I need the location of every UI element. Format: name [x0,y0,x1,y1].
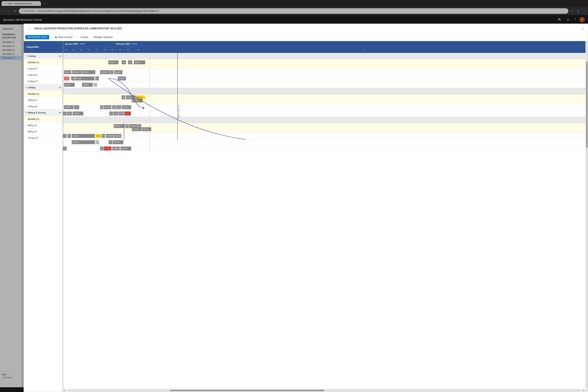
drilling-collapse-icon[interactable]: ▼ [25,86,27,88]
task-101022-t1-red[interactable]: 101022 [104,146,111,150]
standby-milling-label: Standby (∞) [28,118,39,120]
task-10-c2[interactable]: 10 [71,76,75,80]
task-10b-t1[interactable]: 10 [100,146,104,150]
day-01: 01 [93,46,101,53]
weniger-optionen-button[interactable]: Weniger Optionen [91,35,115,39]
task-101010-d1[interactable]: 101010 [122,105,131,109]
milling-expand-right-icon[interactable]: ▶ [59,112,61,114]
task-10-d1[interactable]: 10 [112,105,116,109]
netronic-vaps-button[interactable]: NETRONIC VAPS [25,35,49,39]
task-101010-c3[interactable]: 101010 [82,83,93,87]
task-10b-c2[interactable]: 10 [95,76,99,80]
gantt-vertical-scrollbar[interactable]: ▲ ▼ [586,41,588,392]
task-101b-d2[interactable]: 101 [113,112,118,116]
task-101003-c1[interactable]: -101003 [100,70,109,74]
gantt-horizontal-scrollbar[interactable]: ◀ ▶ [63,389,586,392]
task-10d-t1[interactable]: 10 [116,146,120,150]
modal-header: ← VISUAL ADVANCED PRODUCTION SCHEDULER |… [24,24,588,33]
task-1010-d2-red[interactable]: 1010 [124,112,131,116]
task-10-t1[interactable]: 10 [63,146,67,150]
modal-expand-button[interactable]: ⤢ [582,27,585,30]
cutting-expand-right-icon[interactable]: ▶ [59,55,61,57]
gridline-jan31-3 [150,69,150,75]
task-101012-standby-cutting[interactable]: 101012 [108,60,118,64]
milling-collapse-icon[interactable]: ▼ [25,112,27,114]
task-101023-m2[interactable]: 101023 [72,140,95,144]
timeline-days-row: 28 29 30 31 01 02 03 04 05 06 0 [63,46,586,53]
task-empty-c3[interactable] [93,83,97,87]
day-29: 29 [69,46,77,53]
task-101015-sd[interactable]: 101015 [132,98,143,102]
gantt-row-standby-cutting: Standby (∞) [24,59,63,66]
h-scroll-right-btn[interactable]: ▶ [582,389,586,392]
task-101-d1[interactable]: 101 [74,105,79,109]
gantt-row-cutting3: Cutting #3 [24,78,63,84]
h-scroll-thumb[interactable] [170,390,324,391]
task-101b-d1[interactable]: 101 [100,105,104,109]
task-10100-d2[interactable]: 10100 [118,112,124,116]
task-101022-d1[interactable]: 101022 [64,105,73,109]
task-101012-sm[interactable]: 101012 [114,124,125,128]
task-10b-standby-cutting[interactable]: 10 [128,60,132,64]
gridline-jan31-8 [150,110,150,116]
task-empty-m2[interactable] [95,140,99,144]
v-scroll-thumb[interactable] [586,62,588,148]
task-1010-m1-yellow[interactable]: 1010 [95,134,101,138]
open-excel-button[interactable]: ▦ Open in Excel [52,35,75,39]
task-9-d2[interactable]: 9 [63,112,67,116]
task-101008-c2[interactable]: 101008 [118,76,126,80]
task-101027-c3[interactable]: 101027 [64,83,75,87]
day-31: 31 [85,46,93,53]
task-101a-d2[interactable]: 101 [67,112,72,116]
gantt-group-milling[interactable]: ▼ Milling & Turning ▶ [24,110,63,116]
drilling-expand-right-icon[interactable]: ▶ [59,86,61,88]
gantt-capacities-header: Capacities [24,41,63,53]
task-101029-m2[interactable]: 101029 [113,140,123,144]
actions-button[interactable]: Actions [78,35,91,39]
task-6-m1[interactable]: 6 [63,134,67,138]
gridline-2 [118,53,118,59]
chart-row-drilling-group [63,88,586,94]
day-30: 30 [77,46,85,53]
task-101008-d1[interactable]: 101008 [104,105,111,109]
task-101016-standby-cutting[interactable]: 101016 [134,60,145,64]
task-10a-standby-cutting[interactable]: 10 [122,60,126,64]
modal-back-button[interactable]: ← [27,26,32,31]
task-101018-sm[interactable]: 101018 [142,127,151,131]
task-10110-c1[interactable]: 10110 [64,70,71,74]
task-101023-d2[interactable]: 101023 [72,112,83,116]
task-101014-sm[interactable]: 101014 [132,127,141,131]
gantt-row-milling1: Milling #1 [24,122,63,128]
cutting-collapse-icon[interactable]: ▼ [25,55,27,57]
h-scroll-track[interactable] [67,390,582,391]
gantt-group-drilling[interactable]: ▼ Drilling ▶ [24,84,63,91]
task-101022-m1[interactable]: 101022 [72,134,95,138]
excel-icon: ▦ [55,36,57,38]
task-1a-d2[interactable]: 1( [109,112,113,116]
task-10-sm[interactable]: 10 [125,124,129,128]
gantt-chart-scroll[interactable]: Required Due Date [63,53,586,389]
h-scroll-left-btn[interactable]: ◀ [63,389,66,392]
task-1-m2[interactable]: 1 [109,140,112,144]
v-scroll-down-button[interactable]: ▼ [586,389,588,392]
task-101029-t1[interactable]: 101029 [120,146,131,150]
task-101004-c2[interactable]: 101004 [75,76,94,80]
task-1-c1[interactable]: 1 [110,70,113,74]
v-scroll-track[interactable] [586,44,588,388]
v-scroll-up-button[interactable]: ▲ [586,42,588,44]
task-10-m1[interactable]: 10 [67,134,71,138]
task-101029-c1[interactable]: 101029 [82,70,95,74]
task-101005-m1[interactable]: 101005 [106,134,113,138]
gantt-row-standby-drilling: Standby (∞) [24,91,63,97]
modal-toolbar: NETRONIC VAPS ▦ Open in Excel Actions We… [24,33,588,41]
gantt-group-cutting[interactable]: ▼ Cutting ▶ [24,53,63,59]
task-101007-c1[interactable]: 101007 [114,70,122,74]
task-101009-m1[interactable]: 101009 [114,134,121,138]
task-10c-t1[interactable]: 10 [112,146,116,150]
gridline-jan31-7 [150,104,150,110]
task-10c-m1[interactable]: 10 [102,134,105,138]
task-10-sd[interactable]: 10 [122,96,125,99]
task-101028-c1[interactable]: 101028 [72,70,82,74]
task-pink-c2[interactable] [64,76,69,80]
task-101c-d1[interactable]: 101 [116,105,121,109]
